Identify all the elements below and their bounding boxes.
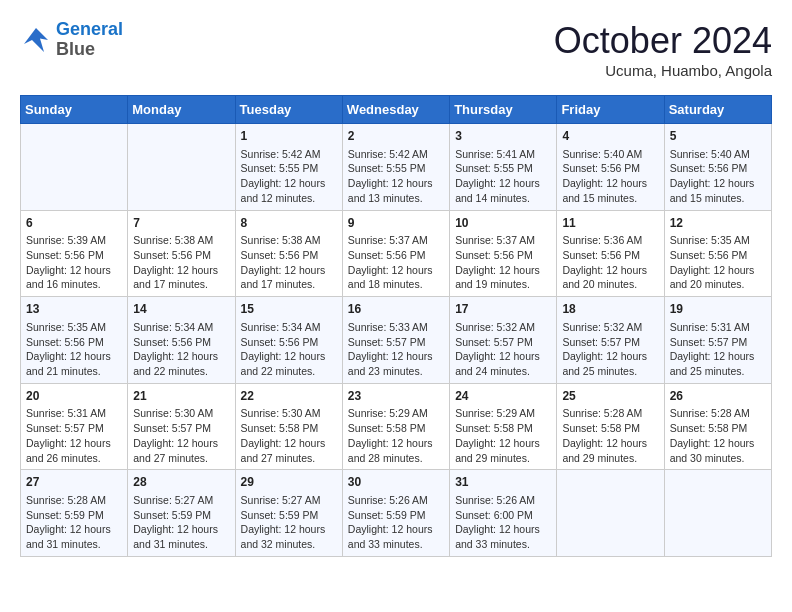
day-info: Sunrise: 5:37 AMSunset: 5:56 PMDaylight:… <box>348 233 444 292</box>
header-day-monday: Monday <box>128 96 235 124</box>
day-info: Sunrise: 5:30 AMSunset: 5:58 PMDaylight:… <box>241 406 337 465</box>
day-number: 18 <box>562 301 658 318</box>
day-number: 13 <box>26 301 122 318</box>
header-day-tuesday: Tuesday <box>235 96 342 124</box>
day-number: 4 <box>562 128 658 145</box>
calendar-cell: 30Sunrise: 5:26 AMSunset: 5:59 PMDayligh… <box>342 470 449 557</box>
day-number: 10 <box>455 215 551 232</box>
calendar-cell: 31Sunrise: 5:26 AMSunset: 6:00 PMDayligh… <box>450 470 557 557</box>
calendar-cell: 24Sunrise: 5:29 AMSunset: 5:58 PMDayligh… <box>450 383 557 470</box>
calendar-week-1: 1Sunrise: 5:42 AMSunset: 5:55 PMDaylight… <box>21 124 772 211</box>
day-number: 12 <box>670 215 766 232</box>
day-info: Sunrise: 5:34 AMSunset: 5:56 PMDaylight:… <box>241 320 337 379</box>
day-info: Sunrise: 5:32 AMSunset: 5:57 PMDaylight:… <box>455 320 551 379</box>
day-info: Sunrise: 5:30 AMSunset: 5:57 PMDaylight:… <box>133 406 229 465</box>
day-info: Sunrise: 5:29 AMSunset: 5:58 PMDaylight:… <box>348 406 444 465</box>
day-info: Sunrise: 5:35 AMSunset: 5:56 PMDaylight:… <box>670 233 766 292</box>
day-number: 8 <box>241 215 337 232</box>
calendar-week-2: 6Sunrise: 5:39 AMSunset: 5:56 PMDaylight… <box>21 210 772 297</box>
calendar-cell: 19Sunrise: 5:31 AMSunset: 5:57 PMDayligh… <box>664 297 771 384</box>
header-row: SundayMondayTuesdayWednesdayThursdayFrid… <box>21 96 772 124</box>
day-number: 25 <box>562 388 658 405</box>
day-number: 26 <box>670 388 766 405</box>
day-number: 22 <box>241 388 337 405</box>
day-info: Sunrise: 5:38 AMSunset: 5:56 PMDaylight:… <box>133 233 229 292</box>
day-number: 14 <box>133 301 229 318</box>
calendar-cell: 17Sunrise: 5:32 AMSunset: 5:57 PMDayligh… <box>450 297 557 384</box>
page-header: GeneralBlue October 2024 Ucuma, Huambo, … <box>20 20 772 79</box>
day-number: 17 <box>455 301 551 318</box>
day-number: 29 <box>241 474 337 491</box>
svg-marker-0 <box>24 28 48 52</box>
day-info: Sunrise: 5:34 AMSunset: 5:56 PMDaylight:… <box>133 320 229 379</box>
day-number: 16 <box>348 301 444 318</box>
calendar-cell: 28Sunrise: 5:27 AMSunset: 5:59 PMDayligh… <box>128 470 235 557</box>
day-info: Sunrise: 5:27 AMSunset: 5:59 PMDaylight:… <box>133 493 229 552</box>
day-info: Sunrise: 5:39 AMSunset: 5:56 PMDaylight:… <box>26 233 122 292</box>
day-info: Sunrise: 5:29 AMSunset: 5:58 PMDaylight:… <box>455 406 551 465</box>
day-info: Sunrise: 5:31 AMSunset: 5:57 PMDaylight:… <box>26 406 122 465</box>
calendar-cell: 8Sunrise: 5:38 AMSunset: 5:56 PMDaylight… <box>235 210 342 297</box>
day-info: Sunrise: 5:28 AMSunset: 5:58 PMDaylight:… <box>562 406 658 465</box>
header-day-saturday: Saturday <box>664 96 771 124</box>
calendar-header: SundayMondayTuesdayWednesdayThursdayFrid… <box>21 96 772 124</box>
calendar-cell <box>128 124 235 211</box>
day-number: 7 <box>133 215 229 232</box>
calendar-cell: 23Sunrise: 5:29 AMSunset: 5:58 PMDayligh… <box>342 383 449 470</box>
calendar-table: SundayMondayTuesdayWednesdayThursdayFrid… <box>20 95 772 557</box>
calendar-body: 1Sunrise: 5:42 AMSunset: 5:55 PMDaylight… <box>21 124 772 557</box>
calendar-cell: 13Sunrise: 5:35 AMSunset: 5:56 PMDayligh… <box>21 297 128 384</box>
day-info: Sunrise: 5:42 AMSunset: 5:55 PMDaylight:… <box>348 147 444 206</box>
day-info: Sunrise: 5:40 AMSunset: 5:56 PMDaylight:… <box>562 147 658 206</box>
calendar-cell: 1Sunrise: 5:42 AMSunset: 5:55 PMDaylight… <box>235 124 342 211</box>
calendar-cell: 9Sunrise: 5:37 AMSunset: 5:56 PMDaylight… <box>342 210 449 297</box>
day-number: 23 <box>348 388 444 405</box>
day-number: 2 <box>348 128 444 145</box>
day-number: 28 <box>133 474 229 491</box>
day-number: 3 <box>455 128 551 145</box>
calendar-cell: 4Sunrise: 5:40 AMSunset: 5:56 PMDaylight… <box>557 124 664 211</box>
day-info: Sunrise: 5:38 AMSunset: 5:56 PMDaylight:… <box>241 233 337 292</box>
day-info: Sunrise: 5:28 AMSunset: 5:58 PMDaylight:… <box>670 406 766 465</box>
calendar-cell: 7Sunrise: 5:38 AMSunset: 5:56 PMDaylight… <box>128 210 235 297</box>
day-info: Sunrise: 5:40 AMSunset: 5:56 PMDaylight:… <box>670 147 766 206</box>
day-info: Sunrise: 5:42 AMSunset: 5:55 PMDaylight:… <box>241 147 337 206</box>
calendar-cell: 22Sunrise: 5:30 AMSunset: 5:58 PMDayligh… <box>235 383 342 470</box>
day-number: 20 <box>26 388 122 405</box>
calendar-cell <box>664 470 771 557</box>
day-info: Sunrise: 5:26 AMSunset: 5:59 PMDaylight:… <box>348 493 444 552</box>
header-day-thursday: Thursday <box>450 96 557 124</box>
day-number: 27 <box>26 474 122 491</box>
calendar-cell: 2Sunrise: 5:42 AMSunset: 5:55 PMDaylight… <box>342 124 449 211</box>
day-info: Sunrise: 5:27 AMSunset: 5:59 PMDaylight:… <box>241 493 337 552</box>
day-number: 21 <box>133 388 229 405</box>
day-number: 11 <box>562 215 658 232</box>
day-info: Sunrise: 5:37 AMSunset: 5:56 PMDaylight:… <box>455 233 551 292</box>
calendar-cell: 26Sunrise: 5:28 AMSunset: 5:58 PMDayligh… <box>664 383 771 470</box>
day-number: 24 <box>455 388 551 405</box>
calendar-cell: 14Sunrise: 5:34 AMSunset: 5:56 PMDayligh… <box>128 297 235 384</box>
day-number: 31 <box>455 474 551 491</box>
day-info: Sunrise: 5:32 AMSunset: 5:57 PMDaylight:… <box>562 320 658 379</box>
header-day-wednesday: Wednesday <box>342 96 449 124</box>
calendar-cell: 25Sunrise: 5:28 AMSunset: 5:58 PMDayligh… <box>557 383 664 470</box>
calendar-cell: 21Sunrise: 5:30 AMSunset: 5:57 PMDayligh… <box>128 383 235 470</box>
day-number: 30 <box>348 474 444 491</box>
calendar-cell: 11Sunrise: 5:36 AMSunset: 5:56 PMDayligh… <box>557 210 664 297</box>
calendar-cell: 3Sunrise: 5:41 AMSunset: 5:55 PMDaylight… <box>450 124 557 211</box>
title-block: October 2024 Ucuma, Huambo, Angola <box>554 20 772 79</box>
calendar-week-5: 27Sunrise: 5:28 AMSunset: 5:59 PMDayligh… <box>21 470 772 557</box>
calendar-cell: 29Sunrise: 5:27 AMSunset: 5:59 PMDayligh… <box>235 470 342 557</box>
calendar-cell: 6Sunrise: 5:39 AMSunset: 5:56 PMDaylight… <box>21 210 128 297</box>
calendar-cell: 5Sunrise: 5:40 AMSunset: 5:56 PMDaylight… <box>664 124 771 211</box>
day-number: 15 <box>241 301 337 318</box>
day-info: Sunrise: 5:35 AMSunset: 5:56 PMDaylight:… <box>26 320 122 379</box>
header-day-friday: Friday <box>557 96 664 124</box>
calendar-cell <box>21 124 128 211</box>
day-info: Sunrise: 5:26 AMSunset: 6:00 PMDaylight:… <box>455 493 551 552</box>
month-title: October 2024 <box>554 20 772 62</box>
header-day-sunday: Sunday <box>21 96 128 124</box>
calendar-cell <box>557 470 664 557</box>
calendar-week-3: 13Sunrise: 5:35 AMSunset: 5:56 PMDayligh… <box>21 297 772 384</box>
day-number: 9 <box>348 215 444 232</box>
